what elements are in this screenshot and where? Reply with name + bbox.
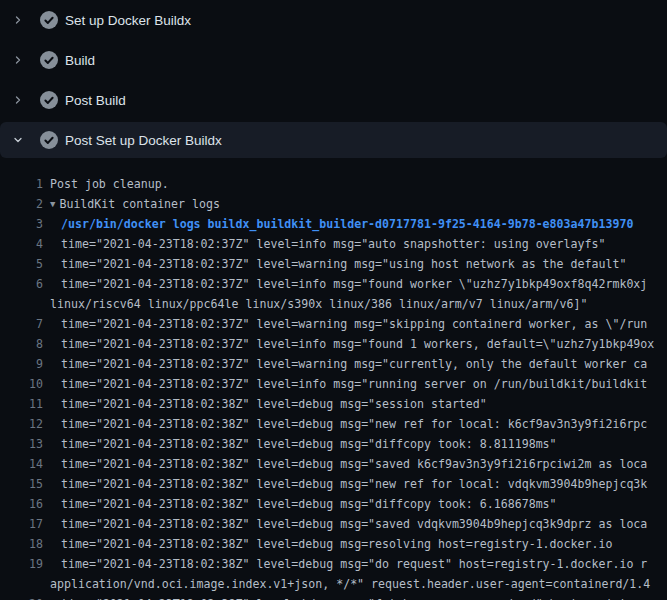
log-line-text: ▼BuildKit container logs	[50, 194, 220, 214]
log-line: 13 time="2021-04-23T18:02:38Z" level=deb…	[0, 434, 667, 454]
log-line-text: time="2021-04-23T18:02:38Z" level=debug …	[61, 534, 612, 554]
log-line: 15 time="2021-04-23T18:02:38Z" level=deb…	[0, 474, 667, 494]
log-line-number[interactable]: 2	[0, 194, 43, 214]
log-line-text: application/vnd.oci.image.index.v1+json,…	[50, 574, 650, 594]
log-line: 16 time="2021-04-23T18:02:38Z" level=deb…	[0, 494, 667, 514]
log-line-number[interactable]: 8	[0, 334, 43, 354]
log-line-text: time="2021-04-23T18:02:38Z" level=debug …	[61, 434, 557, 454]
check-circle-icon	[40, 91, 58, 109]
log-line-number[interactable]: 9	[0, 354, 43, 374]
log-line: 12 time="2021-04-23T18:02:38Z" level=deb…	[0, 414, 667, 434]
log-line-text: linux/riscv64 linux/ppc64le linux/s390x …	[50, 294, 587, 314]
step-row-post-set-up-docker-buildx[interactable]: Post Set up Docker Buildx	[0, 122, 667, 158]
log-line-number[interactable]: 19	[0, 554, 43, 574]
log-line-number[interactable]: 4	[0, 234, 43, 254]
log-line-number[interactable]: 7	[0, 314, 43, 334]
log-line-text: time="2021-04-23T18:02:38Z" level=debug …	[61, 514, 647, 534]
log-line: 2 ▼BuildKit container logs	[0, 194, 667, 214]
check-circle-icon	[40, 51, 58, 69]
log-line: 8 time="2021-04-23T18:02:37Z" level=info…	[0, 334, 667, 354]
check-circle-icon	[40, 11, 58, 29]
log-line: 1 Post job cleanup.	[0, 174, 667, 194]
log-line-text: Post job cleanup.	[50, 174, 169, 194]
log-line-text: time="2021-04-23T18:02:38Z" level=debug …	[61, 594, 647, 600]
log-line-number	[0, 294, 43, 314]
step-row-build[interactable]: Build	[0, 40, 667, 80]
log-line-number	[0, 574, 43, 594]
check-circle-icon	[40, 131, 58, 149]
step-row-post-build[interactable]: Post Build	[0, 80, 667, 120]
log-line-number[interactable]: 1	[0, 174, 43, 194]
step-title: Post Set up Docker Buildx	[65, 133, 222, 148]
chevron-right-icon	[12, 94, 24, 106]
log-line-text: time="2021-04-23T18:02:38Z" level=debug …	[61, 454, 647, 474]
chevron-down-icon	[12, 134, 24, 146]
log-line-text: time="2021-04-23T18:02:37Z" level=info m…	[61, 274, 647, 294]
log-line: 18 time="2021-04-23T18:02:38Z" level=deb…	[0, 534, 667, 554]
log-line-text: time="2021-04-23T18:02:37Z" level=info m…	[61, 234, 605, 254]
log-line-number[interactable]: 14	[0, 454, 43, 474]
log-line: application/vnd.oci.image.index.v1+json,…	[0, 574, 667, 594]
log-line: 7 time="2021-04-23T18:02:37Z" level=warn…	[0, 314, 667, 334]
log-line-number[interactable]: 18	[0, 534, 43, 554]
log-line-number[interactable]: 16	[0, 494, 43, 514]
log-line-text: time="2021-04-23T18:02:37Z" level=warnin…	[61, 254, 626, 274]
log-line-number[interactable]: 13	[0, 434, 43, 454]
log-line-number[interactable]: 10	[0, 374, 43, 394]
log-line-number[interactable]: 15	[0, 474, 43, 494]
log-line-number[interactable]: 11	[0, 394, 43, 414]
log-line-number[interactable]: 3	[0, 214, 43, 234]
log-line-number[interactable]: 12	[0, 414, 43, 434]
log-line-number[interactable]: 17	[0, 514, 43, 534]
collapse-triangle-icon[interactable]: ▼	[50, 194, 55, 214]
chevron-right-icon	[12, 14, 24, 26]
log-line-text: /usr/bin/docker logs buildx_buildkit_bui…	[61, 214, 633, 234]
log-line-text: time="2021-04-23T18:02:38Z" level=debug …	[61, 394, 487, 414]
log-line-text: time="2021-04-23T18:02:37Z" level=info m…	[61, 374, 647, 394]
log-line: 10 time="2021-04-23T18:02:37Z" level=inf…	[0, 374, 667, 394]
log-line: 20 time="2021-04-23T18:02:38Z" level=deb…	[0, 594, 667, 600]
log-line: 6 time="2021-04-23T18:02:37Z" level=info…	[0, 274, 667, 294]
log-line-text: time="2021-04-23T18:02:38Z" level=debug …	[61, 494, 557, 514]
log-line-text: time="2021-04-23T18:02:38Z" level=debug …	[61, 414, 647, 434]
log-line-number[interactable]: 6	[0, 274, 43, 294]
log-line-text: time="2021-04-23T18:02:37Z" level=warnin…	[61, 314, 647, 334]
log-line: 4 time="2021-04-23T18:02:37Z" level=info…	[0, 234, 667, 254]
log-line: 17 time="2021-04-23T18:02:38Z" level=deb…	[0, 514, 667, 534]
log-line-text: time="2021-04-23T18:02:38Z" level=debug …	[61, 474, 647, 494]
log-line: 9 time="2021-04-23T18:02:37Z" level=warn…	[0, 354, 667, 374]
log-line-text: time="2021-04-23T18:02:37Z" level=info m…	[61, 334, 654, 354]
step-row-set-up-docker-buildx[interactable]: Set up Docker Buildx	[0, 0, 667, 40]
step-title: Build	[65, 53, 95, 68]
log-line: 3 /usr/bin/docker logs buildx_buildkit_b…	[0, 214, 667, 234]
log-line: 11 time="2021-04-23T18:02:38Z" level=deb…	[0, 394, 667, 414]
log-line-number[interactable]: 5	[0, 254, 43, 274]
step-title: Set up Docker Buildx	[65, 13, 191, 28]
log-viewer: 1 Post job cleanup. 2 ▼BuildKit containe…	[0, 160, 667, 600]
chevron-right-icon	[12, 54, 24, 66]
log-line: 14 time="2021-04-23T18:02:38Z" level=deb…	[0, 454, 667, 474]
log-line-number[interactable]: 20	[0, 594, 43, 600]
log-line: linux/riscv64 linux/ppc64le linux/s390x …	[0, 294, 667, 314]
log-line: 5 time="2021-04-23T18:02:37Z" level=warn…	[0, 254, 667, 274]
log-line-text: time="2021-04-23T18:02:38Z" level=debug …	[61, 554, 647, 574]
log-line: 19 time="2021-04-23T18:02:38Z" level=deb…	[0, 554, 667, 574]
step-title: Post Build	[65, 93, 126, 108]
steps-list: Set up Docker Buildx Build	[0, 0, 667, 158]
log-line-text: time="2021-04-23T18:02:37Z" level=warnin…	[61, 354, 647, 374]
